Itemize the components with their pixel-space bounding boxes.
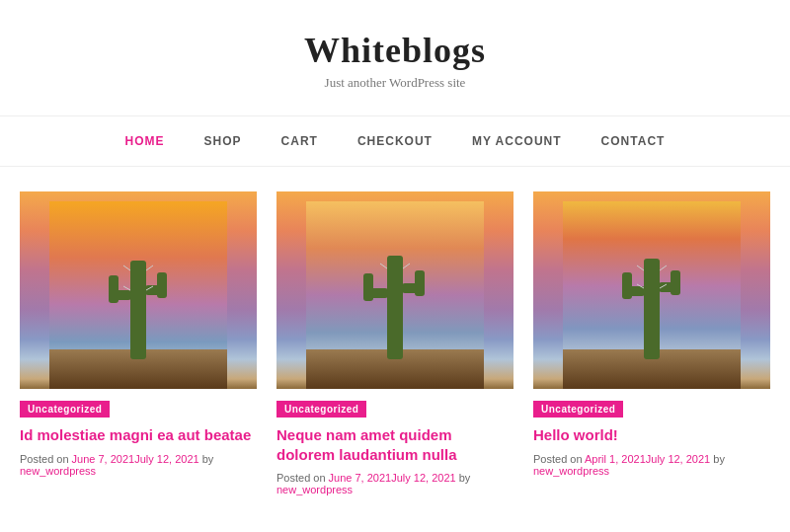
post-title-1[interactable]: Id molestiae magni ea aut beatae	[20, 425, 257, 445]
site-tagline: Just another WordPress site	[20, 75, 770, 91]
post-title-3[interactable]: Hello world!	[533, 425, 770, 445]
post-category-3: Uncategorized	[533, 401, 623, 418]
post-date2-3[interactable]: July 12, 2021	[646, 453, 710, 465]
post-image-svg-3	[563, 201, 741, 389]
svg-rect-15	[363, 273, 373, 301]
post-by-3: by	[710, 453, 725, 465]
post-author-3[interactable]: new_wordpress	[533, 465, 609, 477]
svg-rect-22	[644, 259, 660, 359]
site-header: Whiteblogs Just another WordPress site	[0, 0, 790, 101]
nav-checkout[interactable]: CHECKOUT	[357, 134, 433, 148]
post-date2-2[interactable]: July 12, 2021	[391, 472, 455, 484]
post-image-1	[20, 191, 257, 389]
post-meta-3: Posted on April 1, 2021July 12, 2021 by …	[533, 453, 770, 477]
nav-home[interactable]: HOME	[125, 134, 165, 148]
posts-grid: Uncategorized Id molestiae magni ea aut …	[0, 167, 790, 520]
post-meta-1: Posted on June 7, 2021July 12, 2021 by n…	[20, 453, 257, 477]
post-author-1[interactable]: new_wordpress	[20, 465, 96, 477]
svg-rect-2	[130, 261, 146, 359]
post-image-svg-1	[49, 201, 227, 389]
svg-rect-26	[671, 270, 680, 295]
svg-rect-4	[109, 275, 118, 303]
svg-rect-24	[622, 272, 632, 299]
post-category-2: Uncategorized	[276, 401, 366, 418]
post-image-svg-2	[306, 201, 484, 389]
post-date1-1[interactable]: June 7, 2021	[72, 453, 135, 465]
post-image-2	[276, 191, 514, 389]
nav-shop[interactable]: SHOP	[204, 134, 242, 148]
post-card-3: Uncategorized Hello world! Posted on Apr…	[533, 191, 770, 495]
post-title-2[interactable]: Neque nam amet quidem dolorem laudantium…	[276, 425, 514, 464]
site-nav: HOME SHOP CART CHECKOUT MY ACCOUNT CONTA…	[0, 115, 790, 167]
site-title: Whiteblogs	[20, 30, 770, 71]
post-card-1: Uncategorized Id molestiae magni ea aut …	[20, 191, 257, 495]
post-image-3	[533, 191, 770, 389]
post-author-2[interactable]: new_wordpress	[276, 484, 353, 495]
post-card-2: Uncategorized Neque nam amet quidem dolo…	[276, 191, 514, 495]
post-by-1: by	[199, 453, 214, 465]
post-date1-2[interactable]: June 7, 2021	[329, 472, 392, 484]
nav-my-account[interactable]: MY ACCOUNT	[472, 134, 562, 148]
svg-rect-6	[157, 272, 167, 298]
post-meta-2: Posted on June 7, 2021July 12, 2021 by n…	[276, 472, 514, 495]
post-meta-prefix-3: Posted on	[533, 453, 585, 465]
svg-rect-13	[387, 256, 403, 359]
post-meta-prefix-1: Posted on	[20, 453, 72, 465]
post-date2-1[interactable]: July 12, 2021	[134, 453, 198, 465]
nav-cart[interactable]: CART	[281, 134, 318, 148]
nav-contact[interactable]: CONTACT	[601, 134, 666, 148]
post-by-2: by	[456, 472, 471, 484]
post-meta-prefix-2: Posted on	[276, 472, 329, 484]
svg-rect-17	[415, 270, 425, 296]
post-category-1: Uncategorized	[20, 401, 110, 418]
post-date1-3[interactable]: April 1, 2021	[585, 453, 646, 465]
